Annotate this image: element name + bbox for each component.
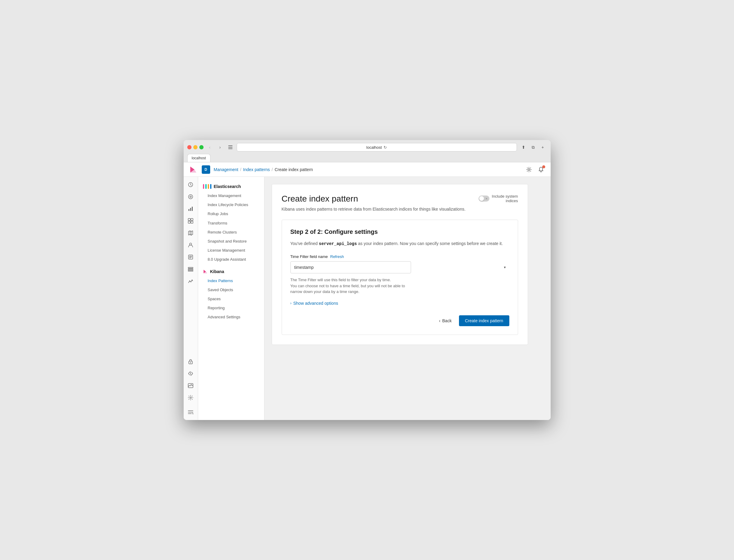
notification-badge [542,165,545,168]
minimize-button[interactable] [193,145,198,149]
nav-icon-management[interactable] [185,264,196,275]
svg-point-22 [191,282,192,282]
tab-bar: localhost [187,154,547,162]
step-description-suffix: as your index pattern. Now you can speci… [357,241,503,246]
sidebar: Elasticsearch Index Management Index Lif… [198,177,265,420]
nav-icon-user[interactable] [185,240,196,250]
reload-button[interactable]: ↻ [383,145,387,150]
user-avatar[interactable]: D [202,165,210,174]
main-content: Create index pattern Kibana uses index p… [265,177,551,420]
elasticsearch-section-title: Elasticsearch [198,182,264,191]
sidebar-item-remote-clusters[interactable]: Remote Clusters [198,228,264,237]
field-hint-line3: narrow down your data by a time range. [291,289,360,294]
nav-icon-discover[interactable] [185,191,196,202]
forward-nav-button[interactable]: › [216,143,224,151]
sidebar-item-saved-objects[interactable]: Saved Objects [198,285,264,294]
include-system-toggle-switch[interactable]: ✕ [478,196,489,202]
sidebar-item-snapshot-restore[interactable]: Snapshot and Restore [198,237,264,246]
page-header-row: Create index pattern Kibana uses index p… [282,194,518,212]
svg-point-25 [190,362,191,363]
breadcrumb-separator-1: / [240,167,241,172]
svg-rect-8 [190,208,191,211]
sidebar-item-transforms[interactable]: Transforms [198,219,264,228]
url-text: localhost [367,145,382,150]
include-system-toggle: ✕ Include systemindices [478,194,518,203]
sidebar-item-rollup-jobs[interactable]: Rollup Jobs [198,209,264,218]
step-description-prefix: You've defined [291,241,319,246]
chevron-down-icon: ▾ [504,265,506,269]
time-filter-select[interactable]: timestamp I don't want to use the Time F… [291,261,411,273]
nav-icon-monitoring[interactable] [185,380,196,391]
address-bar[interactable]: localhost ↻ [237,143,517,151]
back-button[interactable]: ‹ Back [435,316,455,326]
page-subtitle: Kibana uses index patterns to retrieve d… [282,206,478,212]
browser-tab[interactable]: localhost [187,154,211,162]
refresh-link[interactable]: Refresh [330,254,344,259]
sidebar-item-index-management[interactable]: Index Management [198,191,264,200]
page-header-text: Create index pattern Kibana uses index p… [282,194,478,212]
svg-point-5 [189,195,193,199]
select-wrapper: timestamp I don't want to use the Time F… [291,261,509,273]
step-description: You've defined server_api_logs as your i… [291,240,509,247]
sidebar-item-index-lifecycle[interactable]: Index Lifecycle Policies [198,200,264,209]
browser-actions: ⬆ ⧉ + [519,143,547,151]
svg-rect-10 [188,218,190,221]
kibana-logo[interactable] [189,165,198,174]
sidebar-item-index-patterns[interactable]: Index Patterns [198,276,264,285]
nav-icon-charts[interactable] [185,203,196,214]
content-card: Create index pattern Kibana uses index p… [272,184,528,345]
app-body: Elasticsearch Index Management Index Lif… [184,177,551,420]
toggle-knob [479,196,484,201]
nav-icon-settings[interactable] [185,392,196,403]
svg-rect-0 [228,145,233,146]
create-index-pattern-button[interactable]: Create index pattern [459,315,509,326]
svg-rect-1 [228,147,233,148]
svg-rect-2 [228,148,233,149]
sidebar-item-advanced-settings[interactable]: Advanced Settings [198,313,264,322]
notification-icon-button[interactable] [536,165,546,174]
sidebar-item-reporting[interactable]: Reporting [198,304,264,313]
svg-rect-20 [188,270,193,271]
nav-icon-collapse[interactable] [185,407,196,418]
kibana-section-icon [203,269,208,274]
field-hint-line1: The Time Filter will use this field to f… [291,278,391,282]
close-button[interactable] [187,145,192,149]
header-actions [524,165,546,174]
nav-icon-map[interactable] [185,227,196,238]
sidebar-item-upgrade-assistant[interactable]: 8.0 Upgrade Assistant [198,255,264,264]
field-hint-line2: You can choose not to have a time field,… [291,284,405,288]
breadcrumb-management[interactable]: Management [214,167,239,172]
settings-icon-button[interactable] [524,165,534,174]
nav-icon-dashboard[interactable] [185,215,196,226]
nav-icon-dev-tools[interactable] [185,368,196,379]
step-actions: ‹ Back Create index pattern [291,315,509,326]
time-filter-label: Time Filter field name Refresh [291,254,509,259]
fullscreen-button[interactable]: ⧉ [529,143,537,151]
nav-icon-canvas[interactable] [185,252,196,263]
browser-chrome: ‹ › localhost ↻ ⬆ ⧉ + localhost [184,140,551,162]
sidebar-item-spaces[interactable]: Spaces [198,294,264,304]
sidebar-item-license-management[interactable]: License Management [198,246,264,255]
elastic-logo-bar1 [203,184,204,189]
elastic-logo-bar4 [210,184,211,189]
breadcrumb-index-patterns[interactable]: Index patterns [243,167,270,172]
app-container: D Management / Index patterns / Create i… [184,162,551,420]
back-chevron-icon: ‹ [439,318,440,323]
back-nav-button[interactable]: ‹ [206,143,214,151]
breadcrumb-current: Create index pattern [275,167,313,172]
maximize-button[interactable] [199,145,204,149]
new-tab-button[interactable]: + [538,143,547,151]
svg-point-21 [189,281,190,282]
svg-rect-7 [189,209,189,211]
elastic-logo-bar3 [208,184,209,189]
share-button[interactable]: ⬆ [519,143,528,151]
svg-rect-19 [188,269,193,270]
nav-icon-lock[interactable] [185,356,196,367]
nav-icon-ml[interactable] [185,276,196,287]
show-advanced-options[interactable]: › Show advanced options [291,301,509,306]
sidebar-toggle-button[interactable] [227,143,234,151]
kibana-header: D Management / Index patterns / Create i… [184,162,551,177]
elasticsearch-section: Elasticsearch Index Management Index Lif… [198,182,264,264]
breadcrumb-separator-2: / [272,167,273,172]
nav-icon-clock[interactable] [185,179,196,190]
